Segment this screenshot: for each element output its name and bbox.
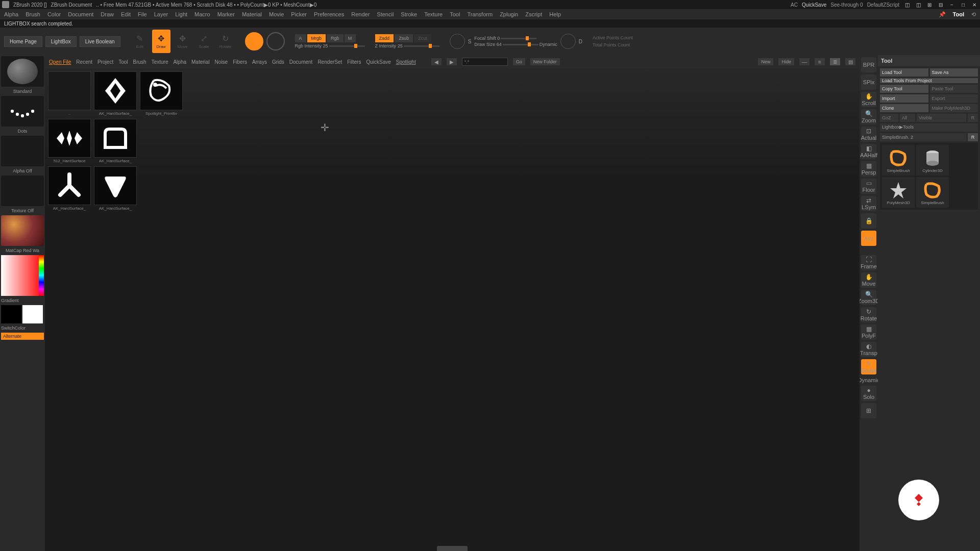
paste-tool-button[interactable]: Paste Tool xyxy=(930,85,978,93)
tool-cylinder3d[interactable]: Cylinder3D xyxy=(916,145,949,176)
menu-movie[interactable]: Movie xyxy=(269,11,284,17)
gyro-button[interactable] xyxy=(266,32,285,51)
see-through-slider[interactable]: See-through 0 xyxy=(830,2,863,8)
aahalf-button[interactable]: ◧AAHalf xyxy=(861,144,876,159)
clone-button[interactable]: Clone xyxy=(880,104,928,112)
menu-picker[interactable]: Picker xyxy=(291,11,307,17)
maximize-button[interactable]: □ xyxy=(960,1,967,8)
import-button[interactable]: Import xyxy=(880,94,928,103)
tool-breadcrumb[interactable]: Lightbox▶Tools xyxy=(880,123,978,132)
menu-document[interactable]: Document xyxy=(68,11,93,17)
zadd-button[interactable]: Zadd xyxy=(375,34,394,42)
lightbox-tab-grids[interactable]: Grids xyxy=(272,59,284,65)
lightbox-tab-open-file[interactable]: Open File xyxy=(49,59,71,65)
material-selector[interactable] xyxy=(1,215,44,246)
lightbox-tab-project[interactable]: Project xyxy=(97,59,113,65)
menu-icon-2[interactable]: ◫ xyxy=(915,1,922,8)
tool-simplebrush-2[interactable]: SimpleBrush xyxy=(916,177,949,208)
bottom-handle[interactable] xyxy=(437,546,468,551)
lightbox-item[interactable]: 512_HardSurface xyxy=(48,119,91,163)
color-swatch-main[interactable] xyxy=(1,305,21,323)
menu-tool[interactable]: Tool xyxy=(450,11,460,17)
lightbox-tab-tool[interactable]: Tool xyxy=(118,59,128,65)
lightbox-tab-texture[interactable]: Texture xyxy=(152,59,168,65)
a-button[interactable]: A xyxy=(295,34,306,42)
draw-size-slider[interactable]: Draw Size 64 xyxy=(474,42,502,47)
goz-visible-button[interactable]: Visible xyxy=(917,114,966,122)
current-tool-name[interactable]: SimpleBrush. 2 xyxy=(880,133,966,141)
goz-button[interactable]: GoZ xyxy=(880,114,898,122)
lock-button[interactable]: 🔒 xyxy=(861,213,876,229)
lightbox-new-button[interactable]: New xyxy=(758,58,773,65)
lightbox-item[interactable]: AK_HardSurface_ xyxy=(48,166,91,211)
home-page-button[interactable]: Home Page xyxy=(4,36,42,47)
close-button[interactable]: ✕ xyxy=(971,1,978,8)
scale-mode-button[interactable]: ⤢Scale xyxy=(195,30,213,53)
lightbox-prev-button[interactable]: ◀ xyxy=(431,58,442,65)
focal-shift-icon[interactable] xyxy=(450,34,465,49)
frame-button[interactable]: ⛶Frame xyxy=(861,255,876,270)
switch-color-button[interactable]: SwitchColor xyxy=(1,324,44,332)
menu-macro[interactable]: Macro xyxy=(194,11,210,17)
stroke-selector[interactable] xyxy=(1,96,44,127)
load-tool-button[interactable]: Load Tool xyxy=(880,68,928,77)
menu-zplugin[interactable]: Zplugin xyxy=(500,11,518,17)
goz-all-button[interactable]: All xyxy=(900,114,915,122)
tool-simplebrush[interactable]: SimpleBrush xyxy=(882,145,915,176)
persp-button[interactable]: ▦Persp xyxy=(861,161,876,177)
floating-badge[interactable] xyxy=(898,480,939,520)
lightbox-item[interactable]: AK_HardSurface_ xyxy=(94,166,137,211)
menu-preferences[interactable]: Preferences xyxy=(314,11,344,17)
polyf-button[interactable]: ▦PolyF xyxy=(861,324,876,340)
canvas[interactable]: Open File Recent Project Tool Brush Text… xyxy=(45,55,860,551)
tool-panel-header[interactable]: Tool xyxy=(878,55,980,66)
menu-alpha[interactable]: Alpha xyxy=(4,11,18,17)
save-as-button[interactable]: Save As xyxy=(930,68,978,77)
load-tools-project-button[interactable]: Load Tools From Project xyxy=(880,78,978,83)
spix-button[interactable]: SPix xyxy=(861,74,876,90)
lightbox-search-input[interactable] xyxy=(462,58,508,66)
default-zscript-button[interactable]: DefaultZScript xyxy=(867,2,899,8)
lightbox-new-folder-button[interactable]: New Folder xyxy=(530,58,560,65)
color-picker[interactable] xyxy=(1,255,44,296)
rotate-mode-button[interactable]: ↻Rotate xyxy=(216,30,235,53)
lightbox-item-up[interactable]: .. xyxy=(48,71,91,116)
lightbox-tab-filters[interactable]: Filters xyxy=(347,59,361,65)
lightbox-button[interactable]: LightBox xyxy=(45,36,77,47)
draw-mode-button[interactable]: ✥Draw xyxy=(152,30,170,53)
menu-icon-4[interactable]: ⊟ xyxy=(937,1,944,8)
lightbox-tab-recent[interactable]: Recent xyxy=(76,59,92,65)
lightbox-tab-material[interactable]: Material xyxy=(191,59,210,65)
zsub-button[interactable]: Zsub xyxy=(395,34,413,42)
xyz-button[interactable]: Xyz xyxy=(861,231,876,246)
menu-marker[interactable]: Marker xyxy=(217,11,235,17)
move-mode-button[interactable]: ✥Move xyxy=(174,30,192,53)
tool-r-button[interactable]: R xyxy=(968,133,978,141)
menu-draw[interactable]: Draw xyxy=(101,11,114,17)
color-swatch-secondary[interactable] xyxy=(22,305,43,323)
lightbox-tab-renderset[interactable]: RenderSet xyxy=(317,59,342,65)
menu-file[interactable]: File xyxy=(138,11,147,17)
alternate-button[interactable]: Alternate xyxy=(1,333,44,340)
scroll-button[interactable]: ✋Scroll xyxy=(861,92,876,107)
lightbox-tab-noise[interactable]: Noise xyxy=(215,59,228,65)
zoom-button[interactable]: 🔍Zoom xyxy=(861,109,876,124)
menu-transform[interactable]: Transform xyxy=(467,11,493,17)
menu-material[interactable]: Material xyxy=(242,11,262,17)
live-boolean-button[interactable]: Live Boolean xyxy=(80,36,120,47)
lsym-button[interactable]: ⇄LSym xyxy=(861,196,876,211)
menu-edit[interactable]: Edit xyxy=(121,11,131,17)
lightbox-tab-alpha[interactable]: Alpha xyxy=(173,59,186,65)
export-button[interactable]: Export xyxy=(930,94,978,103)
lightbox-next-button[interactable]: ▶ xyxy=(447,58,457,65)
dynamic-icon[interactable] xyxy=(560,34,576,49)
menu-stroke[interactable]: Stroke xyxy=(401,11,417,17)
focal-shift-slider[interactable]: Focal Shift 0 xyxy=(474,36,500,41)
solo-button[interactable]: ●Solo xyxy=(861,386,876,401)
menu-texture[interactable]: Texture xyxy=(424,11,443,17)
lightbox-view-2[interactable]: ≡ xyxy=(815,58,825,65)
extra-button[interactable]: ⊞ xyxy=(861,403,876,418)
edit-mode-button[interactable]: ✎Edit xyxy=(131,30,149,53)
rgb-button[interactable]: Rgb xyxy=(327,34,344,42)
menu-color[interactable]: Color xyxy=(47,11,61,17)
